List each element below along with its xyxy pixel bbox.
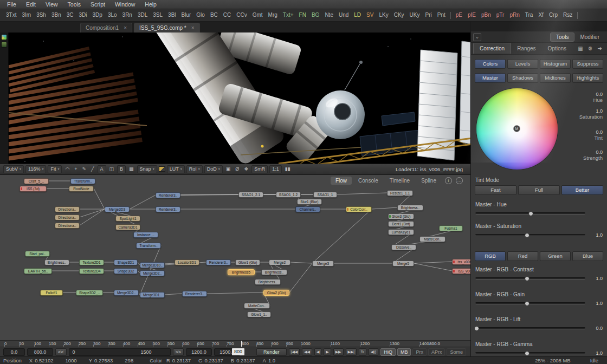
tool-ld[interactable]: LD bbox=[351, 9, 364, 21]
tool-ptr[interactable]: pTr bbox=[494, 9, 507, 21]
flow-node-blur1-blur[interactable]: Blur1 (Blur) bbox=[297, 199, 322, 205]
button-midtones[interactable]: Midtones bbox=[540, 73, 571, 83]
render-end-box[interactable]: 1200.0 bbox=[186, 348, 212, 356]
tool-pe[interactable]: pE bbox=[453, 9, 465, 21]
color-swatch[interactable] bbox=[159, 166, 165, 172]
flow-node-renderer3[interactable]: Renderer3.. bbox=[156, 192, 180, 198]
tool-3c[interactable]: 3C bbox=[64, 9, 76, 21]
flow-node-ssao1-1[interactable]: SSAO1_1 bbox=[313, 192, 337, 198]
flow-tab-console[interactable]: Console bbox=[353, 177, 383, 185]
close-icon[interactable]: × bbox=[124, 25, 127, 31]
tool-3lo[interactable]: 3Lo bbox=[105, 9, 120, 21]
viewer-1-1-button[interactable]: 1:1 bbox=[269, 165, 282, 173]
button-suppress[interactable]: Suppress bbox=[572, 59, 603, 69]
fields-icon[interactable]: ▮▮ bbox=[283, 166, 292, 173]
transport-go-start-button[interactable]: |◀◀ bbox=[289, 348, 300, 356]
range-inc-button[interactable]: >> bbox=[173, 348, 184, 356]
quality-hiq-button[interactable]: HiQ bbox=[380, 348, 396, 356]
flow-tab-flow[interactable]: Flow bbox=[331, 177, 352, 185]
flow-node-glow1-1[interactable]: Glow1_1.. bbox=[247, 311, 271, 317]
flow-node-brightness[interactable]: Brightness.. bbox=[44, 259, 69, 265]
flow-node-spotlight1[interactable]: SpotLight1 bbox=[115, 216, 140, 222]
audio-button[interactable]: ◀)) bbox=[369, 348, 378, 356]
flow-node-fusma1[interactable]: Fusma1 bbox=[439, 225, 463, 231]
tool-rsz[interactable]: Rsz bbox=[560, 9, 575, 21]
button-fast[interactable]: Fast bbox=[475, 185, 516, 195]
transport-go-end-button[interactable]: ▶▶| bbox=[346, 348, 357, 356]
tool-uky[interactable]: UKy bbox=[407, 9, 423, 21]
tool-gmt[interactable]: Gmt bbox=[250, 9, 266, 21]
flow-node-start-pai[interactable]: Start_pai.. bbox=[25, 251, 50, 257]
flow-node-directiona[interactable]: Directiona.. bbox=[55, 223, 80, 229]
flow-node-brightness5[interactable]: Brightness5 bbox=[228, 269, 255, 275]
button-highlights[interactable]: Highlights bbox=[572, 73, 603, 83]
quality-aprx-button[interactable]: APrx bbox=[428, 348, 445, 356]
button-full[interactable]: Full bbox=[518, 185, 560, 195]
flow-node-mattecon[interactable]: MatteCon.. bbox=[419, 236, 445, 242]
subtab-ranges[interactable]: Ranges bbox=[511, 43, 541, 54]
tool-3sh[interactable]: 3Sh bbox=[34, 9, 49, 21]
tool-pbn[interactable]: pBn bbox=[479, 9, 494, 21]
global-start-box[interactable]: 0.0 bbox=[3, 348, 25, 356]
flow-node-directiona[interactable]: Directiona.. bbox=[55, 206, 80, 212]
tab-tools[interactable]: Tools bbox=[550, 32, 574, 42]
flow-node-merge3d10[interactable]: Merge3D10.. bbox=[140, 262, 165, 268]
slider-track[interactable] bbox=[475, 352, 585, 354]
crosshair-icon[interactable]: + bbox=[73, 166, 79, 173]
flow-node-glow1-glo[interactable]: Glow1 (Glo) bbox=[235, 259, 260, 265]
tool-pie[interactable]: pIE bbox=[465, 9, 479, 21]
flow-node-colorcorr[interactable]: ColorCorr.. bbox=[346, 206, 372, 212]
flow-node-merge3d2[interactable]: Merge3D2.. bbox=[114, 290, 139, 296]
tab-composition1[interactable]: Composition1× bbox=[80, 23, 132, 32]
button-shadows[interactable]: Shadows bbox=[507, 73, 538, 83]
tool-mrg[interactable]: Mrg bbox=[266, 9, 280, 21]
slider-track[interactable] bbox=[475, 327, 585, 329]
button-red[interactable]: Red bbox=[507, 251, 538, 261]
slider-handle[interactable] bbox=[525, 233, 529, 238]
slider-handle[interactable] bbox=[474, 326, 479, 331]
tool-bc[interactable]: BC bbox=[208, 9, 221, 21]
menu-edit[interactable]: Edit bbox=[21, 0, 41, 9]
viewer-fit-dropdown[interactable]: Fit▾ bbox=[48, 165, 62, 173]
quality-prx-button[interactable]: Prx bbox=[412, 348, 427, 356]
color-wheel[interactable]: M bbox=[476, 88, 558, 170]
line-icon[interactable]: ╱ bbox=[89, 166, 95, 173]
tool-3bn[interactable]: 3Bn bbox=[49, 9, 64, 21]
flow-node-shape3d1[interactable]: Shape3D1 bbox=[114, 259, 138, 265]
render-start-box[interactable]: 800.0 bbox=[27, 348, 53, 356]
tab-modifier[interactable]: Modifier bbox=[574, 33, 605, 41]
viewer-lut-dropdown[interactable]: LUT▾ bbox=[167, 165, 185, 173]
flow-node-iss-3d[interactable]: ISS (3d) bbox=[20, 186, 47, 192]
loop-button[interactable]: ↻ bbox=[359, 348, 366, 356]
tool-3dp[interactable]: 3Dp bbox=[90, 9, 105, 21]
null-roi-icon[interactable]: Ø bbox=[234, 166, 241, 173]
flow-node-merge3d2[interactable]: Merge3D2.. bbox=[140, 270, 165, 276]
button-blue[interactable]: Blue bbox=[572, 251, 603, 261]
flow-node-craft-5[interactable]: Craft_5_.. bbox=[24, 178, 49, 184]
quality-some-button[interactable]: Some bbox=[447, 348, 466, 356]
tool-3sl[interactable]: 3SL bbox=[150, 9, 165, 21]
flow-node-texture2d4[interactable]: Texture2D4 bbox=[79, 268, 104, 274]
flow-node-merge3d3[interactable]: Merge3D3 bbox=[105, 206, 130, 212]
flow-editor[interactable]: Craft_5_..Transform..ISS (3d)RootNodeRen… bbox=[0, 174, 470, 340]
tool-3di[interactable]: 3Di bbox=[76, 9, 90, 21]
flow-node-directiona[interactable]: Directiona.. bbox=[55, 214, 80, 220]
transport-play-forward-button[interactable]: ▶ bbox=[324, 348, 331, 356]
tool-tra[interactable]: Tra bbox=[522, 9, 536, 21]
viewer-subv-dropdown[interactable]: SubV▾ bbox=[3, 165, 24, 173]
tool-3bl[interactable]: 3Bl bbox=[165, 9, 178, 21]
slider-track[interactable] bbox=[475, 212, 585, 214]
menu-help[interactable]: Help bbox=[140, 0, 162, 9]
tool-glo[interactable]: Glo bbox=[193, 9, 208, 21]
gear-icon[interactable]: ⚙ bbox=[588, 46, 593, 51]
flow-node-merge5[interactable]: Merge5 bbox=[392, 261, 414, 266]
flow-node-shape3d2[interactable]: Shape3D2 bbox=[114, 268, 138, 274]
tool-3dl[interactable]: 3DL bbox=[135, 9, 150, 21]
render-button[interactable]: Render bbox=[256, 348, 287, 356]
collapse-chevron-icon[interactable]: ⌄ bbox=[473, 33, 481, 41]
flow-node-locator3d1[interactable]: Locator3D1 bbox=[175, 259, 199, 265]
transport-fast-rewind-button[interactable]: ◀◀ bbox=[302, 348, 312, 356]
quality-mb-button[interactable]: MB bbox=[397, 348, 411, 356]
flow-node-earth-5b[interactable]: EARTH_5b.. bbox=[24, 268, 52, 274]
layers-icon[interactable] bbox=[1, 34, 7, 40]
